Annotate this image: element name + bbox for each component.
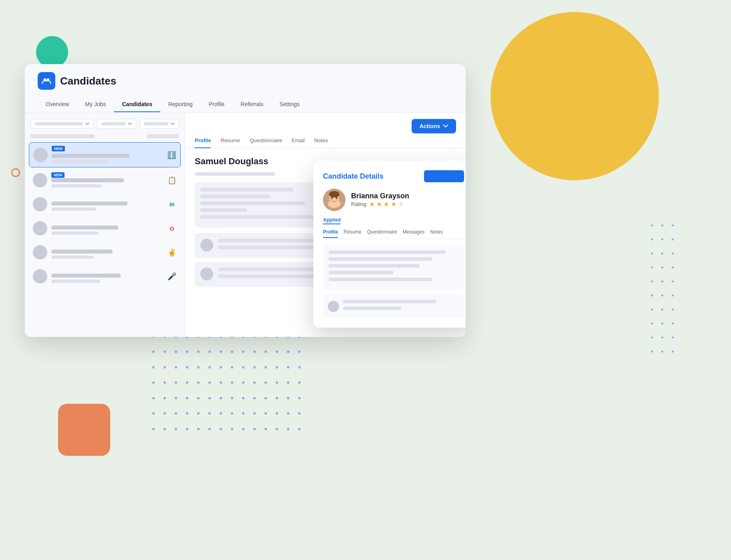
mini-avatar-2 <box>200 268 213 280</box>
details-tab-resume[interactable]: Resume <box>343 229 361 238</box>
person-name: Brianna Grayson <box>351 192 409 200</box>
main-tabs: Profile Resume Questionnaire Email Notes <box>185 133 466 148</box>
person-details: Brianna Grayson Rating: ★ ★ ★ ★ ★ <box>351 192 409 208</box>
source-icon-google: G <box>167 224 177 233</box>
candidate-info-1 <box>52 147 163 163</box>
candidate-info-6 <box>51 270 163 283</box>
actions-button[interactable]: Actions <box>412 119 456 133</box>
candidate-person-info: Brianna Grayson Rating: ★ ★ ★ ★ ★ <box>323 189 464 211</box>
candidate-item-3[interactable]: in <box>29 193 181 216</box>
source-icon-clipboard: 📋 <box>167 175 177 185</box>
yellow-circle <box>491 12 659 180</box>
filter-select-3[interactable] <box>139 119 179 129</box>
new-badge-1: NEW <box>52 146 65 151</box>
candidate-info-4 <box>51 222 163 235</box>
details-tab-profile[interactable]: Profile <box>323 229 338 238</box>
avatar-5 <box>33 245 47 260</box>
candidate-item-1[interactable]: NEW ℹ️ <box>29 142 181 167</box>
teal-circle <box>36 36 68 68</box>
avatar-4 <box>33 221 47 236</box>
candidate-item-4[interactable]: G <box>29 217 181 240</box>
person-photo <box>323 189 345 211</box>
nav-tab-referrals[interactable]: Referrals <box>232 97 271 112</box>
main-tab-resume[interactable]: Resume <box>220 133 240 148</box>
mini-avatar-1 <box>200 239 213 252</box>
candidate-item-5[interactable]: ✌️ <box>29 241 181 264</box>
orange-rounded-rect <box>58 404 110 456</box>
main-toolbar: Actions <box>185 113 466 133</box>
rating-label: Rating: <box>351 201 368 207</box>
details-action-button[interactable] <box>424 170 464 182</box>
candidate-details-panel: Candidate Details <box>313 161 466 328</box>
nav-tab-reporting[interactable]: Reporting <box>160 97 201 112</box>
details-tabs: Profile Resume Questionnaire Messages No… <box>323 229 464 239</box>
app-content: NEW ℹ️ NEW 📋 <box>25 113 466 337</box>
source-icon-mic: 🎤 <box>167 272 177 281</box>
profile-card-left <box>195 182 322 228</box>
main-panel: Actions Profile Resume Questionnaire Ema… <box>185 113 466 337</box>
details-tab-messages[interactable]: Messages <box>403 229 425 238</box>
star-2: ★ <box>376 200 382 208</box>
avatar-6 <box>33 269 47 284</box>
orange-ring-dot <box>11 168 20 177</box>
nav-tab-profile[interactable]: Profile <box>201 97 233 112</box>
filter-select-1[interactable] <box>30 119 94 129</box>
applied-status: Applied <box>323 216 464 229</box>
nav-tab-overview[interactable]: Overview <box>38 97 77 112</box>
details-content-box-1 <box>323 245 464 290</box>
details-tab-questionnaire[interactable]: Questionnaire <box>367 229 397 238</box>
app-icon <box>38 72 55 90</box>
filter-select-2[interactable] <box>97 119 137 129</box>
sidebar-filters <box>25 119 185 134</box>
nav-tabs: Overview My Jobs Candidates Reporting Pr… <box>38 97 453 112</box>
app-title: Candidates <box>60 75 116 87</box>
details-title: Candidate Details <box>323 172 384 181</box>
svg-point-4 <box>328 200 341 208</box>
star-4: ★ <box>391 200 396 208</box>
source-icon-linkedin: in <box>167 199 177 209</box>
candidate-item-2[interactable]: NEW 📋 <box>29 169 181 191</box>
app-header: Candidates Overview My Jobs Candidates R… <box>25 64 466 113</box>
avatar-1 <box>33 148 48 162</box>
candidate-list: NEW ℹ️ NEW 📋 <box>25 142 185 288</box>
nav-tab-myjobs[interactable]: My Jobs <box>77 97 114 112</box>
dot-grid-right <box>651 224 675 361</box>
candidate-info-3 <box>51 198 163 211</box>
details-header: Candidate Details <box>323 170 464 182</box>
source-icon-info: ℹ️ <box>167 150 176 160</box>
sidebar: NEW ℹ️ NEW 📋 <box>25 113 185 337</box>
star-3: ★ <box>384 200 389 208</box>
nav-tab-settings[interactable]: Settings <box>271 97 308 112</box>
person-rating: Rating: ★ ★ ★ ★ ★ <box>351 200 409 208</box>
new-badge-2: NEW <box>51 172 65 178</box>
main-tab-profile[interactable]: Profile <box>195 133 211 148</box>
main-tab-email[interactable]: Email <box>292 133 305 148</box>
star-1: ★ <box>369 200 375 208</box>
profile-skeleton-header <box>195 172 275 176</box>
candidate-info-2 <box>51 173 163 187</box>
source-icon-wave: ✌️ <box>167 248 177 257</box>
avatar-2 <box>33 173 47 187</box>
main-tab-notes[interactable]: Notes <box>314 133 328 148</box>
main-tab-questionnaire[interactable]: Questionnaire <box>250 133 282 148</box>
dot-grid-left: // Inline script to build dots const dg … <box>152 320 289 440</box>
nav-tab-candidates[interactable]: Candidates <box>114 97 160 112</box>
candidate-item-6[interactable]: 🎤 <box>29 265 181 288</box>
app-window: Candidates Overview My Jobs Candidates R… <box>25 64 466 337</box>
svg-point-7 <box>329 191 339 197</box>
sidebar-search-row <box>25 134 185 142</box>
details-tab-notes[interactable]: Notes <box>430 229 442 238</box>
applied-badge: Applied <box>323 217 341 224</box>
avatar-3 <box>33 197 47 212</box>
star-5: ★ <box>398 200 404 208</box>
details-person-row <box>323 295 464 318</box>
details-mini-avatar <box>328 301 339 312</box>
candidate-info-5 <box>51 246 163 259</box>
